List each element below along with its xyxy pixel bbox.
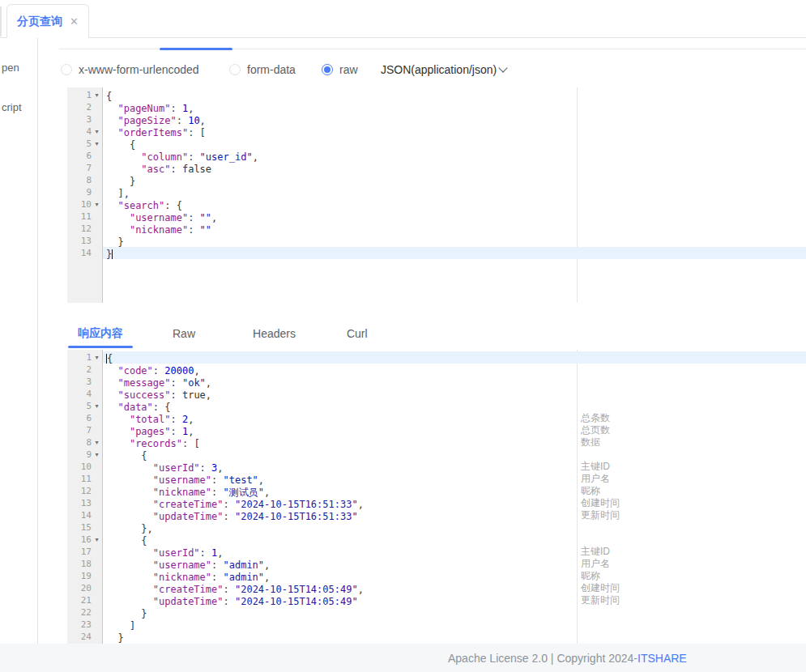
line-number: 22: [81, 606, 92, 619]
code-line[interactable]: 5▾ "data": {: [67, 400, 806, 412]
subtab-active-indicator: [160, 48, 232, 50]
fold-arrow-icon[interactable]: ▾: [92, 449, 102, 461]
line-number: 7: [86, 424, 92, 436]
line-number: 14: [81, 247, 92, 259]
code-line[interactable]: 8 }: [67, 174, 806, 186]
code-line[interactable]: 3 "pageSize": 10,: [67, 113, 806, 125]
response-body-editor[interactable]: 1▾{2 "code": 20000,3 "message": "ok",4 "…: [67, 350, 806, 644]
radio-circle-icon[interactable]: [61, 64, 72, 75]
code-line[interactable]: 3 "message": "ok",: [67, 376, 806, 388]
itshare-link[interactable]: ITSHARE: [638, 652, 687, 665]
radio-raw[interactable]: raw: [322, 61, 358, 79]
line-number: 6: [86, 412, 92, 424]
line-number: 1: [86, 89, 92, 101]
code-line[interactable]: 2 "code": 20000,: [67, 364, 806, 376]
tab-title: 分页查询: [17, 15, 62, 29]
field-comment: 创建时间: [581, 497, 620, 509]
code-line[interactable]: 12 "nickname": "": [67, 223, 806, 235]
code-line[interactable]: 16▾ {: [67, 534, 806, 546]
tab-headers[interactable]: Headers: [253, 327, 296, 340]
code-line[interactable]: 10 "userId": 3,主键ID: [67, 461, 806, 473]
code-line[interactable]: 1▾{: [67, 351, 806, 364]
code-line[interactable]: 4 "success": true,: [67, 388, 806, 400]
line-number: 17: [81, 546, 92, 558]
code-line[interactable]: 14 "updateTime": "2024-10-15T16:51:33"更新…: [67, 509, 806, 521]
code-line[interactable]: 5▾ {: [67, 138, 806, 150]
tab-paged-query[interactable]: 分页查询 ✕: [6, 4, 89, 38]
code-line[interactable]: 1▾{: [67, 89, 806, 101]
code-line[interactable]: 12 "nickname": "测试员",昵称: [67, 485, 806, 497]
code-line[interactable]: 9 ],: [67, 186, 806, 198]
line-number: 9: [86, 449, 92, 461]
code-line[interactable]: 7 "asc": false: [67, 162, 806, 174]
line-number: 6: [86, 150, 92, 162]
sidebar-item-partial-2[interactable]: cript: [2, 101, 22, 113]
field-comment: 主键ID: [581, 461, 610, 473]
code-line[interactable]: 24 }: [67, 631, 806, 643]
code-line[interactable]: 17 "userId": 1,主键ID: [67, 546, 806, 558]
fold-arrow-icon[interactable]: ▾: [92, 125, 102, 138]
code-line[interactable]: 11 "username": "",: [67, 211, 806, 223]
content-type-value: JSON(application/json): [381, 63, 497, 76]
line-number: 10: [81, 198, 92, 211]
code-line[interactable]: 8▾ "records": [数据: [67, 436, 806, 449]
fold-arrow-icon[interactable]: ▾: [92, 198, 102, 211]
line-number: 9: [86, 186, 92, 198]
content-type-dropdown[interactable]: JSON(application/json): [381, 61, 506, 79]
fold-arrow-icon[interactable]: ▾: [92, 534, 102, 546]
line-number: 5: [86, 138, 92, 150]
code-line[interactable]: 6 "column": "user_id",: [67, 150, 806, 162]
line-number: 3: [86, 376, 92, 388]
code-text: }: [103, 632, 124, 644]
line-number: 8: [86, 436, 92, 449]
fold-arrow-icon[interactable]: ▾: [92, 351, 102, 364]
radio-x-www-form-urlencoded[interactable]: x-www-form-urlencoded: [61, 61, 199, 79]
line-number: 10: [81, 461, 92, 473]
code-line[interactable]: 19 "nickname": "admin",昵称: [67, 570, 806, 582]
code-line[interactable]: 20 "createTime": "2024-10-15T14:05:49",创…: [67, 582, 806, 594]
code-line[interactable]: 4▾ "orderItems": [: [67, 125, 806, 138]
chevron-down-icon: [499, 63, 508, 72]
radio-form-data[interactable]: form-data: [229, 61, 296, 79]
radio-label: raw: [339, 63, 358, 76]
text-cursor: [112, 249, 113, 259]
radio-checked-icon[interactable]: [322, 64, 333, 75]
code-line[interactable]: 21 "updateTime": "2024-10-15T14:05:49"更新…: [67, 594, 806, 606]
code-line[interactable]: 18 "username": "admin",用户名: [67, 558, 806, 570]
fold-arrow-icon[interactable]: ▾: [92, 89, 102, 101]
partial-neighbor-tab[interactable]: [0, 6, 2, 36]
code-line[interactable]: 11 "username": "test",用户名: [67, 473, 806, 485]
line-number: 4: [86, 125, 92, 138]
line-number: 2: [86, 101, 92, 113]
tab-response-content[interactable]: 响应内容: [78, 326, 123, 341]
code-line[interactable]: 10▾ "search": {: [67, 198, 806, 211]
response-tab-active-indicator: [68, 346, 133, 348]
field-comment: 总条数: [581, 412, 610, 424]
radio-circle-icon[interactable]: [229, 64, 241, 75]
code-line[interactable]: 7 "pages": 1,总页数: [67, 424, 806, 436]
code-line[interactable]: 2 "pageNum": 1,: [67, 101, 806, 113]
field-comment: 更新时间: [581, 509, 620, 521]
field-comment: 总页数: [581, 424, 610, 436]
fold-arrow-icon[interactable]: ▾: [92, 400, 102, 412]
line-number: 14: [81, 509, 92, 521]
code-line[interactable]: 22 }: [67, 606, 806, 619]
fold-arrow-icon[interactable]: ▾: [92, 138, 102, 150]
field-comment: 数据: [581, 436, 600, 449]
code-line[interactable]: 15 },: [67, 521, 806, 534]
code-line[interactable]: 14}: [67, 247, 806, 259]
code-line[interactable]: 6 "total": 2,总条数: [67, 412, 806, 424]
request-code-lines: 1▾{2 "pageNum": 1,3 "pageSize": 10,4▾ "o…: [67, 87, 806, 259]
field-comment: 创建时间: [581, 582, 620, 594]
request-body-editor[interactable]: 1▾{2 "pageNum": 1,3 "pageSize": 10,4▾ "o…: [67, 87, 806, 303]
code-line[interactable]: 13 }: [67, 235, 806, 247]
tab-curl[interactable]: Curl: [347, 327, 368, 340]
close-icon[interactable]: ✕: [70, 15, 79, 28]
response-code-lines: 1▾{2 "code": 20000,3 "message": "ok",4 "…: [67, 350, 806, 643]
code-line[interactable]: 9▾ {: [67, 449, 806, 461]
code-line[interactable]: 13 "createTime": "2024-10-15T16:51:33",创…: [67, 497, 806, 509]
line-number: 5: [86, 400, 92, 412]
tab-raw[interactable]: Raw: [173, 327, 195, 340]
fold-arrow-icon[interactable]: ▾: [92, 436, 102, 449]
code-line[interactable]: 23 ]: [67, 619, 806, 631]
